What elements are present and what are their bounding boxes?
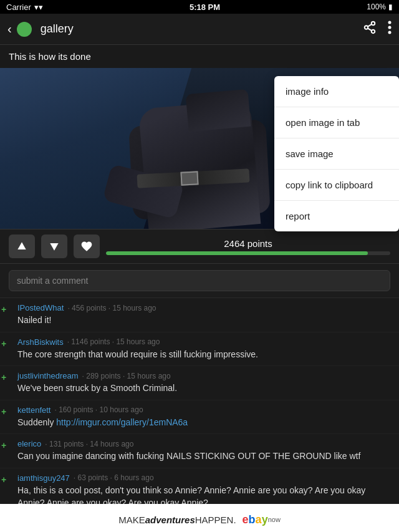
comment-input[interactable]: submit a comment — [9, 270, 390, 291]
comment-header: iamthisguy247 · 63 points · 6 hours ago — [9, 473, 390, 483]
favorite-button[interactable] — [74, 235, 100, 258]
nav-bar: ‹ gallery — [0, 14, 399, 45]
action-bar: 2464 points — [0, 229, 399, 264]
battery-percentage: 100% — [367, 2, 386, 11]
dropdown-menu: image info open image in tab save image … — [274, 76, 399, 231]
status-bar: Carrier ▾▾ 5:18 PM 100% ▮ — [0, 0, 399, 14]
comment-meta: · 63 points · 6 hours ago — [74, 473, 154, 482]
comment-text: Suddenly http://imgur.com/gallery/1emNA6… — [9, 417, 390, 429]
carrier-label: Carrier — [6, 2, 31, 12]
status-left: Carrier ▾▾ — [6, 2, 43, 12]
menu-item-copy-link[interactable]: copy link to clipboard — [274, 170, 399, 201]
comment-plus-icon: + — [0, 407, 6, 417]
comment-row: + IPostedWhat · 456 points · 15 hours ag… — [0, 298, 399, 332]
nav-title: gallery — [41, 22, 74, 36]
comment-meta: · 160 points · 10 hours ago — [54, 405, 143, 414]
menu-item-open-image-tab[interactable]: open image in tab — [274, 107, 399, 138]
comment-header: elerico · 131 points · 14 hours ago — [9, 439, 390, 448]
comment-meta: · 456 points · 15 hours ago — [67, 304, 156, 312]
ebay-logo: ebay — [243, 513, 268, 526]
nav-actions — [363, 21, 392, 37]
comment-text: Can you imagine dancing with fucking NAI… — [9, 450, 390, 463]
comment-header: IPostedWhat · 456 points · 15 hours ago — [9, 303, 390, 312]
comment-username[interactable]: IPostedWhat — [17, 303, 64, 312]
more-options-button[interactable] — [388, 21, 392, 37]
menu-item-report[interactable]: report — [274, 201, 399, 231]
comment-username[interactable]: iamthisguy247 — [17, 473, 70, 483]
ad-adventures-text: adventures — [145, 515, 195, 525]
comment-username[interactable]: elerico — [17, 439, 41, 448]
gallery-dot-icon — [17, 22, 32, 37]
points-label: 2464 points — [224, 238, 272, 249]
comment-username[interactable]: ArshBiskwits — [17, 337, 64, 347]
status-right: 100% ▮ — [367, 2, 393, 11]
wifi-signal-icon: ▾▾ — [34, 2, 43, 12]
comment-header: justlivinthedream · 289 points · 15 hour… — [9, 371, 390, 380]
comment-text: Nailed it! — [9, 314, 390, 327]
battery-icon: ▮ — [388, 2, 393, 11]
comment-text: We've been struck by a Smooth Criminal. — [9, 382, 390, 395]
comment-username[interactable]: justlivinthedream — [17, 371, 79, 380]
comment-meta: · 289 points · 15 hours ago — [82, 372, 171, 380]
comment-plus-icon: + — [0, 304, 6, 314]
points-bar-fill — [106, 251, 368, 255]
comment-row: + elerico · 131 points · 14 hours ago Ca… — [0, 434, 399, 468]
back-chevron-icon: ‹ — [7, 22, 12, 36]
hat-shape — [186, 89, 251, 132]
points-bar — [106, 251, 390, 255]
svg-line-4 — [368, 24, 372, 27]
menu-item-image-info[interactable]: image info — [274, 76, 399, 107]
comment-plus-icon: + — [0, 475, 6, 485]
comment-text: The core strength that would require is … — [9, 349, 390, 361]
comment-header: kettenfett · 160 points · 10 hours ago — [9, 405, 390, 415]
comment-plus-icon: + — [0, 372, 6, 382]
ebay-now-text: now — [268, 516, 281, 523]
comment-header: ArshBiskwits · 1146 points · 15 hours ag… — [9, 337, 390, 347]
comment-input-area[interactable]: submit a comment — [0, 264, 399, 298]
buckle-shape — [180, 171, 198, 185]
menu-item-save-image[interactable]: save image — [274, 138, 399, 170]
ad-happen-text: HAPPEN. — [195, 515, 236, 525]
upvote-button[interactable] — [9, 235, 35, 258]
figure-body — [94, 85, 305, 229]
ad-make-text: MAKE — [118, 515, 145, 525]
comment-row: + kettenfett · 160 points · 10 hours ago… — [0, 400, 399, 435]
svg-point-5 — [388, 21, 392, 24]
comment-plus-icon: + — [0, 339, 6, 349]
share-button[interactable] — [363, 21, 377, 37]
svg-line-3 — [368, 28, 372, 31]
comment-meta: · 131 points · 14 hours ago — [45, 440, 133, 448]
downvote-button[interactable] — [41, 235, 67, 258]
comment-username[interactable]: kettenfett — [17, 405, 50, 415]
svg-point-6 — [388, 26, 392, 29]
comment-plus-icon: + — [0, 440, 6, 450]
comments-area[interactable]: + IPostedWhat · 456 points · 15 hours ag… — [0, 298, 399, 532]
points-section: 2464 points — [106, 238, 390, 255]
comment-link[interactable]: http://imgur.com/gallery/1emNA6a — [56, 417, 188, 427]
svg-point-7 — [388, 31, 392, 34]
ad-banner[interactable]: MAKE adventures HAPPEN. ebay now — [0, 504, 399, 532]
time-display: 5:18 PM — [190, 2, 220, 12]
comment-meta: · 1146 points · 15 hours ago — [67, 337, 160, 346]
main-content: This is how its done 2 — [0, 45, 399, 532]
comment-row: + ArshBiskwits · 1146 points · 15 hours … — [0, 332, 399, 367]
back-button[interactable]: ‹ gallery — [7, 22, 74, 37]
comment-row: + justlivinthedream · 289 points · 15 ho… — [0, 366, 399, 400]
post-title: This is how its done — [0, 45, 399, 68]
